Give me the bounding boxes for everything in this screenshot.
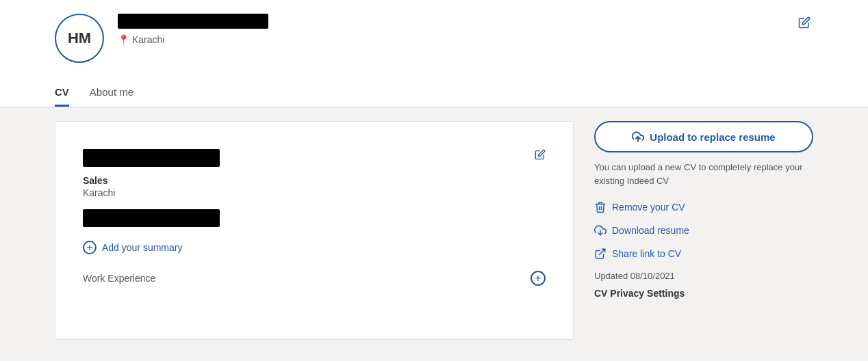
trash-icon — [594, 201, 607, 213]
cv-panel: Sales Karachi + Add your summary Work Ex… — [55, 121, 574, 340]
remove-cv-link[interactable]: Remove your CV — [594, 201, 813, 213]
remove-cv-label: Remove your CV — [612, 202, 685, 213]
upload-description: You can upload a new CV to completely re… — [594, 161, 813, 187]
download-resume-label: Download resume — [612, 225, 689, 236]
work-experience-row: Work Experience + — [83, 271, 546, 286]
location-icon: 📍 — [118, 34, 129, 45]
cv-name-redacted — [83, 149, 220, 167]
profile-header: HM 📍 Karachi CV About me — [0, 0, 868, 107]
upload-resume-button[interactable]: Upload to replace resume — [594, 121, 813, 152]
profile-name-redacted — [118, 14, 268, 29]
upload-icon — [632, 131, 644, 143]
page-wrapper: HM 📍 Karachi CV About me — [0, 0, 868, 361]
edit-cv-button[interactable] — [535, 149, 546, 163]
tab-cv[interactable]: CV — [55, 79, 69, 107]
svg-line-2 — [600, 249, 605, 254]
job-location: Karachi — [83, 187, 546, 198]
cv-header — [83, 149, 546, 167]
share-link-cv[interactable]: Share link to CV — [594, 248, 813, 260]
edit-profile-button[interactable] — [795, 14, 813, 35]
privacy-title: CV Privacy Settings — [594, 288, 813, 299]
job-title: Sales — [83, 175, 546, 186]
profile-location: Karachi — [132, 34, 164, 45]
main-content: Sales Karachi + Add your summary Work Ex… — [0, 107, 868, 353]
add-summary-label: Add your summary — [102, 242, 182, 253]
location-row: 📍 Karachi — [118, 34, 795, 45]
add-summary-icon: + — [83, 241, 97, 254]
download-resume-link[interactable]: Download resume — [594, 224, 813, 237]
share-link-label: Share link to CV — [612, 248, 681, 259]
work-experience-label: Work Experience — [83, 273, 155, 284]
add-work-experience-button[interactable]: + — [531, 271, 546, 286]
avatar: HM — [55, 14, 104, 63]
sidebar: Upload to replace resume You can upload … — [594, 121, 813, 340]
add-summary-row[interactable]: + Add your summary — [83, 241, 546, 254]
profile-info: 📍 Karachi — [118, 14, 795, 45]
avatar-initials: HM — [68, 29, 91, 47]
download-icon — [594, 224, 607, 237]
updated-text: Updated 08/10/2021 — [594, 271, 813, 281]
tabs-row: CV About me — [55, 79, 813, 107]
contact-info-redacted — [83, 209, 220, 227]
share-icon — [594, 248, 607, 260]
tab-about-me[interactable]: About me — [90, 79, 133, 107]
upload-button-label: Upload to replace resume — [650, 131, 775, 143]
profile-top: HM 📍 Karachi — [55, 14, 813, 74]
